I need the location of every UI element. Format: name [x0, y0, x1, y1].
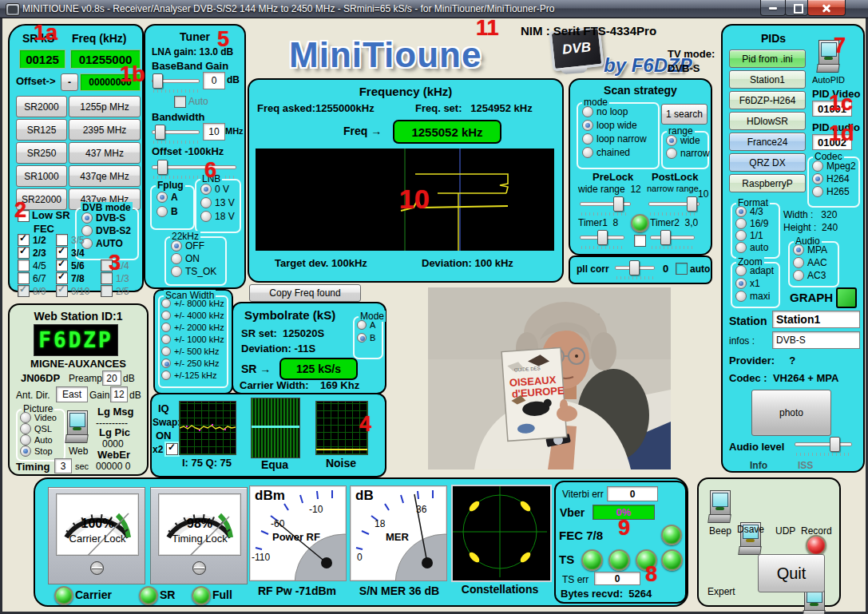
pll-auto-checkbox[interactable]	[676, 263, 688, 275]
fec-3-5-checkbox[interactable]	[56, 234, 68, 246]
mode-chained-radio[interactable]	[582, 147, 593, 158]
bbgain-field[interactable]: 0	[203, 72, 225, 89]
timing-field[interactable]: 3	[54, 458, 72, 473]
sw-250-radio[interactable]	[161, 358, 171, 368]
fec-8-9-checkbox[interactable]	[18, 285, 30, 297]
audio-ac3-radio[interactable]	[793, 270, 804, 281]
picture-video-radio[interactable]	[20, 412, 31, 423]
scan-checkbox[interactable]	[634, 235, 646, 247]
pll-slider[interactable]	[615, 260, 655, 279]
quit-button[interactable]: Quit	[758, 554, 825, 592]
format-169-radio[interactable]	[735, 218, 747, 229]
sr-value-field[interactable]: 00125	[19, 50, 65, 69]
postlock-slider[interactable]	[648, 196, 700, 216]
range-wide-radio[interactable]	[666, 135, 677, 146]
sw-1000-radio[interactable]	[161, 335, 171, 344]
graph-button[interactable]	[836, 287, 857, 308]
raspberryp-button[interactable]: RaspberryP	[729, 174, 806, 192]
pid-from-ini-button[interactable]: Pid from .ini	[729, 50, 806, 68]
france24-button[interactable]: France24	[729, 133, 806, 151]
sr-mode-a-radio[interactable]	[357, 320, 367, 330]
bandwidth-field[interactable]: 10	[203, 123, 225, 141]
fec-6-7-checkbox[interactable]	[18, 272, 30, 284]
22khz-tsok-radio[interactable]	[171, 266, 182, 277]
beep-switch[interactable]	[710, 490, 731, 522]
fec-7-8-checkbox[interactable]	[56, 272, 68, 284]
prelock-slider[interactable]	[580, 196, 631, 216]
sw-125-radio[interactable]	[161, 370, 171, 380]
sr-preset-button[interactable]: SR125	[16, 119, 67, 141]
sr-preset-button[interactable]: SR2000	[16, 96, 67, 117]
bandwidth-slider[interactable]	[152, 125, 200, 144]
ant-dir-field[interactable]: East	[56, 386, 88, 402]
lnb-13v-radio[interactable]	[200, 197, 212, 208]
22khz-on-radio[interactable]	[171, 253, 182, 264]
sw-2000-radio[interactable]	[161, 323, 171, 332]
mode-loopwide-radio[interactable]	[582, 120, 593, 131]
sr-preset-button[interactable]: SR250	[16, 142, 67, 164]
preamp-field[interactable]: 20	[102, 370, 121, 386]
fplug-b-radio[interactable]	[157, 206, 168, 217]
fec-3-4-checkbox[interactable]	[56, 247, 68, 259]
fplug-a-radio[interactable]	[157, 192, 168, 203]
codec-h264-radio[interactable]	[812, 173, 823, 184]
hdlowsr-button[interactable]: HDlowSR	[729, 112, 806, 130]
format-auto-radio[interactable]	[735, 242, 747, 253]
audio-mpa-radio[interactable]	[793, 244, 804, 256]
freq-preset-button[interactable]: 2395 MHz	[69, 119, 141, 141]
sw-4000-radio[interactable]	[161, 311, 171, 320]
fec-2-3-checkbox[interactable]	[18, 247, 30, 259]
title-bar[interactable]: MINITIOUNE v0.8s - Receiver/Analyser DVB…	[0, 0, 868, 18]
timer1-slider[interactable]	[580, 230, 624, 249]
sr-preset-button[interactable]: SR1000	[16, 165, 67, 187]
one-search-button[interactable]: 1 search	[661, 104, 707, 125]
sw-500-radio[interactable]	[161, 347, 171, 356]
freq-preset-button[interactable]: 437qe MHz	[69, 165, 141, 187]
audio-level-slider[interactable]	[795, 437, 852, 456]
picture-stop-radio[interactable]	[20, 446, 31, 457]
picture-qsl-radio[interactable]	[20, 423, 31, 434]
codec-h265-radio[interactable]	[812, 186, 823, 197]
infos-field[interactable]: DVB-S	[772, 331, 860, 349]
timer2-slider[interactable]	[650, 230, 695, 249]
web-switch[interactable]	[67, 410, 88, 442]
qrzdx-button[interactable]: QRZ DX	[729, 153, 806, 172]
fec-5-6-checkbox[interactable]	[56, 259, 68, 271]
iq-x2-checkbox[interactable]	[166, 443, 178, 455]
gain-field[interactable]: 12	[110, 386, 128, 402]
zoom-maxi-radio[interactable]	[735, 291, 747, 302]
bbgain-auto-checkbox[interactable]	[174, 96, 186, 108]
freq-preset-button[interactable]: 437 MHz	[69, 142, 141, 164]
f6dzp-h264-button[interactable]: F6DZP-H264	[729, 91, 806, 109]
bbgain-slider[interactable]	[152, 73, 200, 93]
close-button[interactable]	[807, 0, 846, 16]
offset-minus-button[interactable]: -	[61, 73, 78, 91]
audio-aac-radio[interactable]	[793, 257, 804, 268]
mode-noloop-radio[interactable]	[582, 106, 593, 117]
fec-1-2-checkbox[interactable]	[18, 234, 30, 246]
minimize-button[interactable]	[760, 0, 786, 16]
lnb-18v-radio[interactable]	[200, 211, 212, 222]
22khz-off-radio[interactable]	[171, 240, 182, 252]
sr-mode-b-radio[interactable]	[357, 333, 367, 343]
copy-freq-button[interactable]: Copy Freq found	[249, 284, 361, 302]
freq-preset-button[interactable]: 1255p MHz	[69, 96, 141, 117]
range-narrow-radio[interactable]	[666, 148, 677, 159]
zoom-x1-radio[interactable]	[735, 278, 747, 289]
dvb-s-radio[interactable]	[81, 212, 93, 224]
sw-8000-radio[interactable]	[161, 299, 171, 308]
fec-9-10-checkbox[interactable]	[56, 285, 68, 297]
maximize-button[interactable]	[785, 0, 808, 16]
zoom-adapt-radio[interactable]	[735, 265, 747, 276]
format-43-radio[interactable]	[735, 206, 747, 217]
station1-button[interactable]: Station1	[729, 70, 806, 89]
tuner-offset-slider[interactable]	[152, 160, 236, 179]
fec-4-5-checkbox[interactable]	[18, 259, 30, 271]
station-field[interactable]: Station1	[772, 311, 860, 328]
picture-auto-radio[interactable]	[20, 434, 31, 446]
fec-2-5-checkbox[interactable]	[101, 285, 113, 297]
format-11-radio[interactable]	[735, 230, 747, 241]
codec-mpeg2-radio[interactable]	[812, 160, 823, 172]
mode-loopnarrow-radio[interactable]	[582, 133, 593, 145]
photo-button[interactable]: photo	[751, 390, 831, 436]
